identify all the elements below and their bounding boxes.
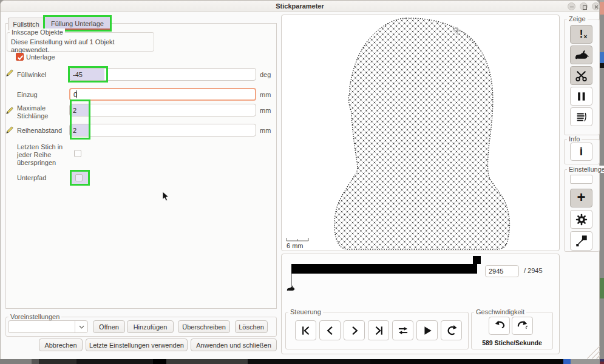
skip-last-checkbox[interactable] [74,150,81,157]
show-legend: Zeige [567,15,588,22]
rabbit-icon [574,50,589,61]
apply-and-close-button[interactable]: Anwenden und schließen [191,339,277,351]
group-legend: Inkscape Objekte [10,29,65,36]
play-button[interactable] [416,320,438,340]
play-icon [421,325,433,337]
close-button[interactable] [592,2,600,10]
underpath-label: Unterpfad [17,174,46,182]
skip-to-end-button[interactable] [368,320,389,340]
info-legend: Info [567,135,582,143]
maximize-icon [583,5,587,10]
underlay-label: Unterlage [26,53,55,61]
slider-handle[interactable] [473,256,481,264]
speed-up-icon [517,320,529,332]
step-back-icon [324,325,336,337]
underlay-checkbox[interactable] [16,53,24,61]
restart-button[interactable] [441,320,462,340]
background-window-right-strip [600,0,604,364]
chevron-down-icon [75,321,87,332]
scale-ruler [287,238,308,241]
step-forward-icon [348,325,361,337]
speed-legend: Geschwindigkeit [474,308,526,315]
preset-combo[interactable] [8,320,88,333]
pencil-icon [5,126,14,134]
fill-angle-unit: deg [260,71,271,78]
scale-label: 6 mm [287,242,304,249]
rabbit-marker-icon [286,285,296,292]
step-forward-button[interactable] [344,320,365,340]
stitch-total-label: / 2945 [524,267,543,274]
skip-end-icon [373,325,385,337]
objects-message: Diese Einstellung wird auf 1 Objekt ange… [7,33,154,54]
max-stitch-length-input[interactable] [69,104,256,116]
color-swatch[interactable] [570,175,592,184]
slow-down-button[interactable] [489,317,510,335]
text-caret [76,90,77,98]
pause-icon [575,90,588,103]
step-backward-button[interactable] [319,320,341,340]
inset-input[interactable] [69,88,256,101]
settings-legend: Einstellungen [567,166,604,173]
stitch-position-input[interactable] [485,265,519,277]
stitch-preview-canvas: 6 mm [281,15,560,251]
minimize-icon [570,7,574,7]
fill-angle-input[interactable] [69,68,256,81]
window-title: Stickparameter [1,1,599,12]
fill-angle-label: Füllwinkel [17,71,46,79]
skip-to-start-button[interactable] [295,320,316,340]
preset-overwrite-button[interactable]: Überschreiben [178,320,230,333]
slider-start-marker [291,274,292,286]
max-stitch-length-unit: mm [260,107,271,114]
row-spacing-label: Reihenabstand [17,127,62,135]
skip-start-icon [300,325,312,337]
inset-unit: mm [260,91,271,98]
exclamation-icon: ! × [580,28,583,41]
use-last-settings-button[interactable]: Letzte Einstellungen verwenden [86,339,188,351]
mouse-cursor-icon [162,191,169,202]
max-stitch-length-label: Maximale Stichlänge [17,104,64,120]
toggle-rabbit-speed-button[interactable] [570,46,592,64]
plus-icon: + [577,189,585,206]
speed-value-label: 589 Stiche/Sekunde [472,339,552,346]
preset-delete-button[interactable]: Löschen [235,320,268,333]
scale-view-button[interactable] [570,231,592,251]
controls-legend: Steuerung [288,308,323,315]
stitch-plan-drawing [282,15,560,251]
reverse-direction-button[interactable] [392,320,413,340]
presets-legend: Voreinstellungen [8,313,61,320]
underpath-checkbox[interactable] [75,174,83,181]
check-icon [17,54,24,61]
resize-arrow-icon [575,234,588,248]
scissors-icon [575,69,588,83]
maximize-button[interactable] [580,2,588,10]
stickparameter-dialog: Stickparameter Füllstitch Füllung Unterl… [0,0,600,359]
toggle-stops-button[interactable] [570,87,592,106]
inkscape-objects-group: Inkscape Objekte Diese Einstellung wird … [7,32,154,52]
preset-add-button[interactable]: Hinzufügen [127,320,174,333]
simulator-panel: / 2945 Steuerung [281,254,560,354]
pencil-icon [5,106,14,115]
info-button[interactable]: i [570,143,592,161]
stitch-progress-bar [291,264,477,274]
minimize-button[interactable] [568,2,575,10]
slow-down-icon [494,320,506,332]
toggle-trims-button[interactable] [570,66,592,85]
toggle-color-changes-button[interactable] [570,107,592,126]
titlebar: Stickparameter [1,1,599,12]
speed-up-button[interactable] [512,317,533,335]
preset-open-button[interactable]: Öffnen [93,320,125,333]
direction-icon [397,325,409,337]
gear-icon [575,213,588,226]
pencil-icon [5,69,14,77]
inset-label: Einzug [17,91,38,99]
restart-icon [446,325,458,337]
row-spacing-input[interactable] [69,124,256,136]
settings-button[interactable] [570,210,592,229]
toggle-needle-points-button[interactable]: ! × [570,25,592,44]
add-marker-button[interactable]: + [570,189,592,207]
row-spacing-unit: mm [260,127,271,134]
info-icon: i [580,145,583,158]
background-window-bottom-strip [0,359,600,364]
cancel-button[interactable]: Abbrechen [39,339,83,351]
skip-last-label: Letzten Stich in jeder Reihe überspringe… [17,143,70,167]
